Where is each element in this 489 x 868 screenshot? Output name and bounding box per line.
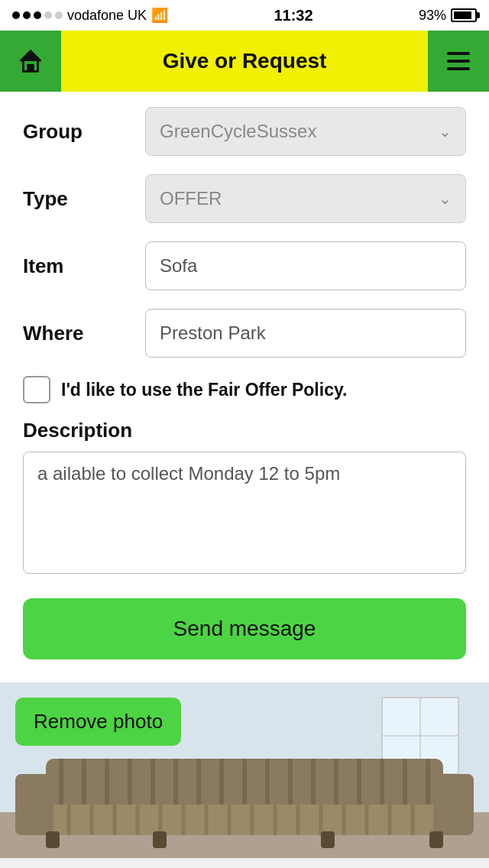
signal-dot-3	[34, 11, 41, 19]
svg-rect-25	[31, 805, 458, 835]
group-dropdown-arrow: ⌄	[439, 122, 452, 141]
type-dropdown[interactable]: OFFER ⌄	[145, 174, 466, 223]
status-bar: vodafone UK 📶 11:32 93%	[0, 0, 489, 31]
signal-dot-5	[55, 11, 63, 19]
group-control-wrap: GreenCycleSussex ⌄	[145, 107, 466, 156]
svg-rect-46	[46, 831, 60, 848]
type-row: Type OFFER ⌄	[23, 174, 466, 223]
type-control-wrap: OFFER ⌄	[145, 174, 466, 223]
item-row: Item	[23, 241, 466, 290]
remove-photo-button[interactable]: Remove photo	[15, 698, 181, 746]
type-dropdown-arrow: ⌄	[439, 189, 452, 208]
fair-offer-label: I'd like to use the Fair Offer Policy.	[61, 380, 347, 400]
signal-dot-4	[44, 11, 52, 19]
battery-icon	[451, 8, 477, 22]
menu-button[interactable]	[428, 31, 489, 92]
battery-area: 93%	[419, 8, 477, 24]
fair-offer-checkbox[interactable]	[23, 376, 50, 403]
svg-rect-49	[429, 831, 443, 848]
where-control-wrap	[145, 309, 466, 358]
svg-rect-44	[15, 774, 53, 835]
status-left: vodafone UK 📶	[12, 7, 168, 24]
type-label: Type	[23, 187, 145, 211]
signal-dot-1	[12, 11, 20, 19]
photo-section: Remove photo	[0, 682, 489, 858]
svg-rect-48	[321, 831, 335, 848]
group-dropdown[interactable]: GreenCycleSussex ⌄	[145, 107, 466, 156]
fair-offer-row: I'd like to use the Fair Offer Policy.	[23, 376, 466, 403]
group-dropdown-value: GreenCycleSussex	[160, 121, 316, 142]
where-label: Where	[23, 322, 145, 345]
item-label: Item	[23, 254, 145, 278]
home-icon	[16, 47, 45, 76]
where-row: Where	[23, 309, 466, 358]
battery-fill	[454, 11, 471, 19]
description-label: Description	[23, 419, 466, 442]
group-label: Group	[23, 120, 145, 144]
form-area: Group GreenCycleSussex ⌄ Type OFFER ⌄ It…	[0, 92, 489, 682]
wifi-icon: 📶	[151, 7, 168, 24]
send-message-button[interactable]: Send message	[23, 598, 466, 659]
svg-rect-45	[436, 774, 474, 835]
page-title: Give or Request	[61, 49, 428, 73]
home-button[interactable]	[0, 31, 61, 92]
where-input[interactable]	[145, 309, 466, 358]
description-textarea[interactable]: a ailable to collect Monday 12 to 5pm	[23, 452, 466, 574]
group-row: Group GreenCycleSussex ⌄	[23, 107, 466, 156]
hamburger-icon	[447, 52, 470, 70]
type-dropdown-value: OFFER	[160, 188, 222, 209]
item-input[interactable]	[145, 241, 466, 290]
svg-rect-47	[153, 831, 167, 848]
signal-dot-2	[23, 11, 31, 19]
signal-dots	[12, 11, 63, 19]
svg-rect-0	[27, 64, 34, 72]
carrier-text: vodafone UK	[67, 8, 147, 24]
app-header: Give or Request	[0, 31, 489, 92]
time-display: 11:32	[274, 7, 313, 24]
item-control-wrap	[145, 241, 466, 290]
battery-percent: 93%	[419, 8, 446, 24]
description-section: Description a ailable to collect Monday …	[23, 419, 466, 577]
